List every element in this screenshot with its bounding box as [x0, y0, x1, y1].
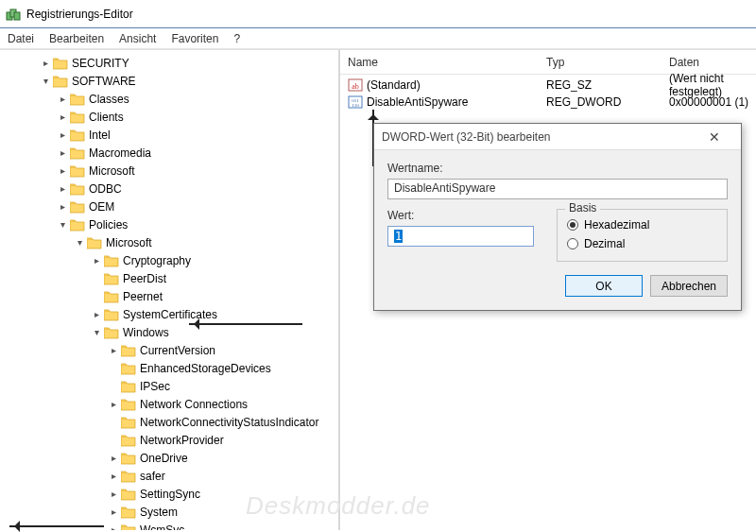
chevron-right-icon[interactable]: ▸: [108, 399, 119, 410]
tree-item-label: Macromedia: [89, 146, 151, 160]
tree-item[interactable]: ▸Network Connections: [4, 395, 338, 413]
value-label: Wert:: [387, 209, 534, 222]
tree-item[interactable]: ▸Intel: [4, 126, 338, 144]
menu-file[interactable]: Datei: [8, 32, 34, 45]
tree-item-label: Intel: [89, 129, 111, 142]
chevron-right-icon[interactable]: ▸: [57, 183, 68, 195]
folder-icon: [121, 506, 136, 519]
radio-hex[interactable]: Hexadezimal: [567, 215, 717, 234]
tree-item-label: WcmSvc: [140, 523, 184, 531]
tree-item-label: IPSec: [140, 380, 170, 393]
folder-icon: [70, 200, 85, 214]
value-name-label: Wertname:: [387, 162, 728, 175]
tree-item[interactable]: ▸IPSec: [4, 377, 338, 395]
tree-item[interactable]: ▾Policies: [4, 215, 338, 233]
close-icon[interactable]: ✕: [696, 127, 733, 147]
chevron-right-icon[interactable]: ▸: [57, 112, 68, 123]
chevron-right-icon[interactable]: ▸: [40, 58, 51, 69]
menu-view[interactable]: Ansicht: [119, 32, 156, 45]
tree-item-label: CurrentVersion: [140, 344, 215, 357]
menu-edit[interactable]: Bearbeiten: [49, 32, 104, 45]
chevron-right-icon[interactable]: ▸: [57, 129, 68, 141]
tree-item-label: Classes: [89, 93, 129, 106]
tree-item[interactable]: ▸PeerDist: [4, 269, 338, 287]
value-row[interactable]: 011110DisableAntiSpywareREG_DWORD0x00000…: [340, 94, 756, 111]
tree-item[interactable]: ▸Macromedia: [4, 144, 338, 162]
folder-icon: [70, 93, 85, 106]
value-name: DisableAntiSpyware: [367, 95, 546, 109]
dialog-titlebar[interactable]: DWORD-Wert (32-Bit) bearbeiten ✕: [374, 124, 741, 150]
chevron-down-icon[interactable]: ▾: [74, 237, 85, 249]
radio-dec[interactable]: Dezimal: [567, 234, 717, 253]
tree-item[interactable]: ▸Clients: [4, 108, 338, 126]
col-name[interactable]: Name: [348, 56, 546, 69]
chevron-right-icon[interactable]: ▸: [108, 471, 119, 482]
tree-item[interactable]: ▸safer: [4, 467, 338, 485]
value-row[interactable]: ab(Standard)REG_SZ(Wert nicht festgelegt…: [340, 77, 756, 94]
chevron-right-icon[interactable]: ▸: [108, 453, 119, 464]
folder-icon: [104, 290, 119, 303]
folder-icon: [121, 398, 136, 411]
chevron-right-icon[interactable]: ▸: [57, 201, 68, 213]
tree-item-label: SettingSync: [140, 488, 200, 501]
cancel-button[interactable]: Abbrechen: [650, 275, 728, 297]
menu-help[interactable]: ?: [233, 32, 240, 45]
ok-button[interactable]: OK: [565, 275, 643, 297]
chevron-right-icon[interactable]: ▸: [57, 165, 68, 177]
tree-item[interactable]: ▾Windows: [4, 323, 338, 341]
svg-rect-2: [14, 12, 20, 20]
folder-icon: [104, 326, 119, 339]
folder-icon: [121, 488, 136, 501]
app-title: Registrierungs-Editor: [26, 8, 133, 21]
tree-item-label: EnhancedStorageDevices: [140, 362, 271, 375]
tree-item-label: Network Connections: [140, 398, 248, 411]
chevron-down-icon[interactable]: ▾: [91, 327, 102, 338]
tree-item[interactable]: ▸System: [4, 503, 338, 521]
tree-item-label: ODBC: [89, 182, 122, 196]
tree-panel: ▸SECURITY▾SOFTWARE▸Classes▸Clients▸Intel…: [0, 50, 340, 530]
folder-icon: [121, 452, 136, 465]
tree-item[interactable]: ▾Microsoft: [4, 233, 338, 251]
chevron-right-icon[interactable]: ▸: [108, 489, 119, 500]
chevron-right-icon[interactable]: ▸: [91, 309, 102, 320]
menu-favorites[interactable]: Favoriten: [171, 32, 218, 45]
tree-item-label: SystemCertificates: [123, 308, 217, 321]
chevron-right-icon[interactable]: ▸: [91, 255, 102, 266]
folder-icon: [104, 254, 119, 267]
tree-item-label: safer: [140, 470, 165, 483]
tree-item[interactable]: ▸Cryptography: [4, 251, 338, 269]
chevron-right-icon[interactable]: ▸: [108, 524, 119, 531]
tree-item[interactable]: ▸SystemCertificates: [4, 305, 338, 323]
chevron-down-icon[interactable]: ▾: [57, 219, 68, 231]
tree-item[interactable]: ▸Classes: [4, 90, 338, 108]
col-data[interactable]: Daten: [669, 56, 756, 69]
chevron-down-icon[interactable]: ▾: [40, 76, 51, 87]
tree-item[interactable]: ▸ODBC: [4, 180, 338, 197]
tree-item[interactable]: ▸NetworkProvider: [4, 431, 338, 449]
tree-item[interactable]: ▸NetworkConnectivityStatusIndicator: [4, 413, 338, 431]
folder-icon: [121, 523, 136, 531]
chevron-right-icon[interactable]: ▸: [108, 506, 119, 518]
col-type[interactable]: Typ: [546, 56, 669, 69]
chevron-right-icon[interactable]: ▸: [108, 345, 119, 356]
folder-icon: [121, 434, 136, 447]
tree-item[interactable]: ▸Microsoft: [4, 162, 338, 180]
tree-item[interactable]: ▸SECURITY: [4, 54, 338, 72]
chevron-right-icon[interactable]: ▸: [57, 147, 68, 159]
folder-icon: [70, 218, 85, 232]
tree-item[interactable]: ▸OneDrive: [4, 449, 338, 467]
tree-item-label: PeerDist: [123, 272, 166, 285]
folder-icon: [70, 111, 85, 124]
tree-item-label: Cryptography: [123, 254, 191, 267]
chevron-right-icon[interactable]: ▸: [57, 94, 68, 105]
tree-item[interactable]: ▸OEM: [4, 197, 338, 215]
tree-item[interactable]: ▸CurrentVersion: [4, 341, 338, 359]
tree-item[interactable]: ▾SOFTWARE: [4, 72, 338, 90]
reg-string-icon: ab: [348, 77, 363, 93]
tree-item[interactable]: ▸EnhancedStorageDevices: [4, 359, 338, 377]
tree-item[interactable]: ▸SettingSync: [4, 485, 338, 503]
tree-item[interactable]: ▸Peernet: [4, 287, 338, 305]
basis-legend: Basis: [565, 201, 600, 215]
tree-item-label: System: [140, 506, 178, 519]
value-input[interactable]: 1: [387, 226, 534, 247]
